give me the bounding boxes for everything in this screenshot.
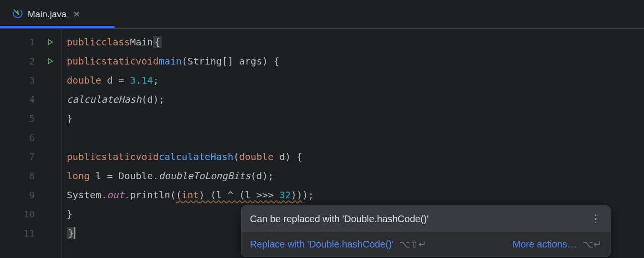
line-number: 9 xyxy=(21,189,35,201)
line-number: 11 xyxy=(21,227,35,239)
code-line: calculateHash(d); xyxy=(67,90,644,109)
code-line: System.out.println((int) (l ^ (l >>> 32)… xyxy=(67,185,644,204)
run-icon[interactable] xyxy=(44,57,56,65)
gutter-row: 5 xyxy=(0,109,62,128)
shortcut-hint: ⌥↵ xyxy=(582,238,602,250)
tab-bar: Main.java ✕ xyxy=(0,0,644,29)
caret xyxy=(74,227,75,239)
tab-label: Main.java xyxy=(28,9,66,20)
line-number: 4 xyxy=(21,94,35,105)
gutter-row: 3 xyxy=(0,71,62,90)
line-number: 10 xyxy=(21,208,35,220)
inspection-popup: Can be replaced with 'Double.hashCode()'… xyxy=(241,205,611,257)
line-number: 6 xyxy=(21,132,35,143)
code-line: long l = Double.doubleToLongBits(d); xyxy=(67,166,644,185)
gutter: 1234567891011 xyxy=(0,29,62,258)
run-icon[interactable] xyxy=(44,38,56,46)
code-line: double d = 3.14; xyxy=(67,71,644,90)
line-number: 3 xyxy=(21,75,35,86)
gutter-row: 8 xyxy=(0,166,62,185)
gutter-row: 6 xyxy=(0,128,62,147)
gutter-row: 7 xyxy=(0,147,62,166)
code-line: public static void calculateHash(double … xyxy=(67,147,644,166)
line-number: 7 xyxy=(21,151,35,162)
gutter-row: 9 xyxy=(0,185,62,204)
popup-actions: Replace with 'Double.hashCode()' ⌥⇧↵ Mor… xyxy=(241,232,610,257)
line-number: 1 xyxy=(21,36,35,48)
active-tab-indicator xyxy=(0,26,114,28)
gutter-row: 4 xyxy=(0,90,62,109)
more-actions-link[interactable]: More actions… xyxy=(513,239,577,250)
line-number: 8 xyxy=(21,170,35,182)
line-number: 5 xyxy=(21,113,35,124)
java-class-icon xyxy=(12,8,23,21)
file-tab[interactable]: Main.java ✕ xyxy=(5,0,90,28)
popup-title: Can be replaced with 'Double.hashCode()' xyxy=(250,214,429,225)
code-line: public static void main(String[] args) { xyxy=(67,52,644,71)
kebab-icon[interactable]: ⋮ xyxy=(591,213,602,225)
gutter-row: 11 xyxy=(0,224,62,243)
gutter-row: 10 xyxy=(0,204,62,224)
popup-header: Can be replaced with 'Double.hashCode()'… xyxy=(241,206,610,232)
code-line: } xyxy=(67,109,644,128)
code-line: public class Main { xyxy=(67,32,644,52)
code-line xyxy=(67,128,644,147)
gutter-row: 1 xyxy=(0,32,62,52)
line-number: 2 xyxy=(21,55,35,67)
close-icon[interactable]: ✕ xyxy=(71,9,82,20)
shortcut-hint: ⌥⇧↵ xyxy=(399,238,426,250)
quick-fix-link[interactable]: Replace with 'Double.hashCode()' xyxy=(250,239,394,250)
gutter-row: 2 xyxy=(0,52,62,71)
